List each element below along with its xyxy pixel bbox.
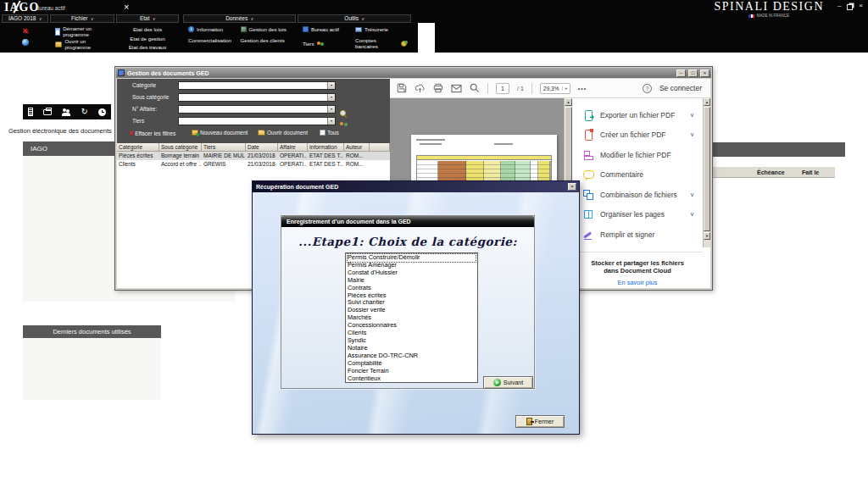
- category-option[interactable]: Concessionnaires: [348, 322, 476, 330]
- share-cloud-icon[interactable]: [415, 83, 426, 93]
- refresh-icon[interactable]: [81, 108, 87, 116]
- menu-item-gestion-des-clients[interactable]: Gestion des clients: [241, 37, 293, 43]
- col-tiers[interactable]: Tiers: [202, 143, 246, 152]
- category-option[interactable]: Clients: [348, 330, 476, 337]
- col-affaire[interactable]: Affaire: [278, 143, 308, 152]
- web-globe-icon[interactable]: [22, 39, 29, 46]
- scrollbar-thumb[interactable]: [704, 107, 710, 231]
- quit-icon[interactable]: [23, 27, 28, 35]
- clock-icon[interactable]: [98, 108, 106, 116]
- col-information[interactable]: Information: [308, 143, 344, 152]
- sign-in-link[interactable]: Se connecter: [659, 84, 702, 92]
- col-auteur[interactable]: Auteur: [344, 143, 370, 152]
- scroll-down-icon[interactable]: [704, 232, 710, 240]
- ged-close-button[interactable]: [700, 69, 709, 77]
- restore-icon[interactable]: [847, 4, 853, 10]
- menu-etat[interactable]: Etat: [116, 14, 179, 23]
- ged-titlebar[interactable]: Gestion des documents GED: [116, 68, 711, 78]
- col-sous-categorie[interactable]: Sous catégorie: [159, 143, 202, 152]
- open-document-button[interactable]: Ouvrir document: [258, 130, 308, 136]
- page-number-input[interactable]: 1: [496, 83, 509, 94]
- tiers-label: Tiers: [132, 118, 144, 124]
- category-option[interactable]: Constat d'Huissier: [348, 269, 476, 277]
- table-row[interactable]: Pièces écritesBornage terrainMAIRIE DE M…: [117, 152, 390, 160]
- ged-minimize-button[interactable]: [676, 69, 686, 77]
- scroll-up-icon[interactable]: [565, 98, 572, 106]
- active-document-tab[interactable]: Bureau actif: [36, 5, 65, 11]
- tool-export-pdf[interactable]: Exporter un fichier PDF∨: [572, 105, 703, 125]
- menu-item-etat-de-gestion[interactable]: Etat de gestion: [116, 35, 179, 44]
- dialog-titlebar[interactable]: Récupération document GED: [253, 181, 579, 192]
- affaire-select[interactable]: [178, 105, 336, 114]
- zoom-select[interactable]: 29,3%: [540, 83, 570, 94]
- menu-donnees[interactable]: Données: [183, 14, 296, 23]
- menu-item-etat-des-lots[interactable]: Etat des lots: [116, 25, 179, 35]
- learn-more-link[interactable]: En savoir plus: [572, 279, 703, 286]
- ribbon-group-outils: Outils Bureau actif Trésorerie Tiers Com…: [298, 14, 411, 52]
- categorie-select[interactable]: [178, 81, 336, 90]
- tool-fill-sign[interactable]: Remplir et signer: [572, 225, 703, 245]
- clear-filters-button[interactable]: Effacer les filtres: [129, 130, 175, 136]
- all-documents-checkbox[interactable]: Tous: [320, 130, 339, 136]
- category-listbox[interactable]: Permis Construire/Démolir Permis Aménage…: [345, 252, 478, 383]
- step-panel: Enregistrement d’un document dans la GED…: [281, 215, 535, 389]
- menu-outils[interactable]: Outils: [298, 14, 411, 23]
- save-icon[interactable]: [397, 83, 407, 93]
- tool-combine-files[interactable]: Combinaison de fichiers∨: [572, 185, 703, 205]
- close-dialog-button[interactable]: Fermer: [515, 415, 565, 428]
- chevron-down-icon[interactable]: ∨: [690, 131, 694, 138]
- dropdown-arrow-icon[interactable]: [327, 106, 335, 113]
- search-icon[interactable]: [340, 110, 347, 117]
- tool-create-pdf[interactable]: Créer un fichier PDF∨: [572, 125, 703, 146]
- email-icon[interactable]: [451, 84, 462, 93]
- document-close-icon[interactable]: [124, 2, 129, 12]
- menu-item-demarrer-programme[interactable]: Démarrer un programme: [50, 25, 114, 38]
- menu-item-comptes-bancaires[interactable]: Comptes bancaires: [355, 37, 408, 49]
- dialog-close-button[interactable]: [568, 183, 576, 191]
- users-icon[interactable]: [62, 108, 70, 116]
- chevron-down-icon[interactable]: ∨: [690, 211, 694, 218]
- dropdown-arrow-icon[interactable]: [327, 94, 335, 101]
- tool-edit-pdf[interactable]: Modifier le fichier PDF: [572, 145, 703, 165]
- print-icon[interactable]: [433, 83, 443, 93]
- tiers-people-icon[interactable]: [340, 122, 348, 129]
- dropdown-arrow-icon[interactable]: [327, 82, 335, 89]
- menu-item-bureau-actif[interactable]: Bureau actif: [303, 26, 355, 32]
- sous-categorie-select[interactable]: [178, 93, 336, 102]
- tiers-select[interactable]: [178, 117, 336, 125]
- filter-panel: Catégorie Sous catégorie N° Affaire: Tie…: [117, 79, 390, 143]
- ged-maximize-button[interactable]: [688, 69, 698, 77]
- menu-item-ouvrir-programme[interactable]: Ouvrir un programme: [50, 38, 114, 51]
- chevron-down-icon[interactable]: [562, 86, 570, 91]
- col-date[interactable]: Date: [246, 143, 278, 152]
- search-icon[interactable]: [470, 83, 480, 93]
- checkbox-icon[interactable]: [320, 130, 326, 136]
- menu-item-commercialisation[interactable]: Commercialisation: [188, 37, 241, 43]
- next-button[interactable]: Suivant: [483, 376, 533, 389]
- chevron-down-icon[interactable]: ∨: [690, 191, 694, 198]
- minimize-icon[interactable]: [837, 3, 841, 10]
- menu-item-tiers[interactable]: Tiers: [303, 37, 355, 49]
- menu-fichier[interactable]: Fichier: [50, 14, 114, 23]
- new-document-button[interactable]: Nouveau document: [192, 130, 248, 136]
- col-categorie[interactable]: Catégorie: [117, 143, 159, 152]
- help-icon[interactable]: ?: [643, 84, 652, 93]
- tools-panel-scrollbar[interactable]: [703, 98, 710, 247]
- chevron-down-icon[interactable]: ∨: [690, 112, 694, 119]
- menu-item-information[interactable]: Information: [188, 26, 241, 32]
- menu-item-etat-des-travaux[interactable]: Etat des travaux: [116, 43, 179, 53]
- menu-item-gestion-des-lots[interactable]: Gestion des lots: [241, 26, 293, 32]
- scrollbar-thumb[interactable]: [565, 107, 572, 187]
- printer-icon[interactable]: [43, 109, 52, 115]
- menu-iago-2018[interactable]: IAGO 2018: [2, 14, 48, 23]
- tool-comment[interactable]: Commentaire: [572, 165, 703, 186]
- document-icon[interactable]: [28, 108, 33, 116]
- category-option[interactable]: Contentieux: [348, 375, 476, 383]
- tool-organize-pages[interactable]: Organiser les pages∨: [572, 205, 703, 225]
- menu-item-tresorerie[interactable]: Trésorerie: [355, 26, 408, 32]
- table-row[interactable]: ClientsAccord et offre ...GREWIS21/03/20…: [117, 160, 390, 169]
- close-icon[interactable]: [859, 3, 863, 10]
- dropdown-arrow-icon[interactable]: [327, 118, 335, 125]
- scroll-up-icon[interactable]: [704, 98, 710, 106]
- more-tools-button[interactable]: •••: [578, 86, 587, 92]
